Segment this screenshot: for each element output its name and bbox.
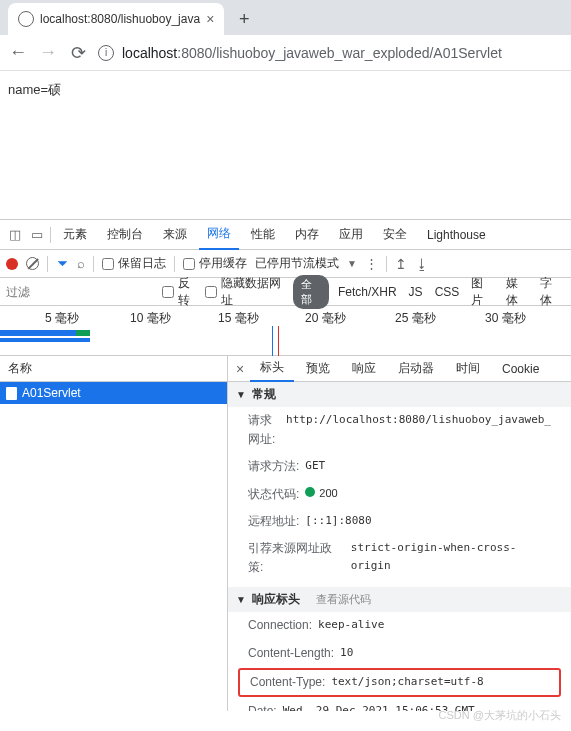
tab-performance[interactable]: 性能 [243,220,283,250]
header-connection: Connection:keep-alive [228,612,571,639]
throttle-dropdown[interactable]: 已停用节流模式 [255,255,339,272]
page-content: name=硕 [0,71,571,219]
timeline-marker-red [278,326,279,356]
tab-lighthouse[interactable]: Lighthouse [419,220,494,250]
disable-cache-checkbox[interactable]: 停用缓存 [183,255,247,272]
response-headers-section[interactable]: ▼ 响应标头 查看源代码 [228,587,571,612]
url-text: localhost:8080/lishuoboy_javaweb_war_exp… [122,45,502,61]
header-content-type: Content-Type:text/json;charset=utf-8 [240,670,559,695]
name-header[interactable]: 名称 [0,356,227,382]
devtools-tabs: ◫ ▭ 元素 控制台 来源 网络 性能 内存 应用 安全 Lighthouse [0,220,571,250]
upload-icon[interactable]: ↥ [395,256,407,272]
chevron-down-icon: ▼ [236,389,246,400]
referrer-policy: 引荐来源网址政策:strict-origin-when-cross-origin [228,535,571,581]
url-bar: ← → ⟳ i localhost:8080/lishuoboy_javaweb… [0,35,571,71]
invert-checkbox[interactable]: 反转 [162,275,199,309]
new-tab-button[interactable]: + [230,5,258,33]
timeline[interactable]: 5 毫秒 10 毫秒 15 毫秒 20 毫秒 25 毫秒 30 毫秒 [0,306,571,356]
chevron-down-icon: ▼ [236,594,246,605]
view-source-link[interactable]: 查看源代码 [316,592,371,607]
close-detail-button[interactable]: × [232,361,248,377]
filter-fetch[interactable]: Fetch/XHR [335,285,400,299]
tab-sources[interactable]: 来源 [155,220,195,250]
detail-panel: × 标头 预览 响应 启动器 时间 Cookie ▼ 常规 请求网址:http:… [228,356,571,711]
tab-response[interactable]: 响应 [342,356,386,382]
status-code: 状态代码:200 [228,481,571,508]
search-icon[interactable]: ⌕ [77,256,85,271]
info-icon[interactable]: i [98,45,114,61]
filter-bar: 反转 隐藏数据网址 全部 Fetch/XHR JS CSS 图片 媒体 字体 [0,278,571,306]
timeline-bar [0,330,90,336]
device-icon[interactable]: ▭ [28,227,46,242]
hide-data-checkbox[interactable]: 隐藏数据网址 [205,275,287,309]
tab-memory[interactable]: 内存 [287,220,327,250]
tab-console[interactable]: 控制台 [99,220,151,250]
tab-security[interactable]: 安全 [375,220,415,250]
request-method: 请求方法:GET [228,453,571,480]
address-bar[interactable]: i localhost:8080/lishuoboy_javaweb_war_e… [98,45,563,61]
header-content-length: Content-Length:10 [228,640,571,667]
general-section[interactable]: ▼ 常规 [228,382,571,407]
detail-tabs: × 标头 预览 响应 启动器 时间 Cookie [228,356,571,382]
timeline-bar2 [0,338,90,342]
tab-application[interactable]: 应用 [331,220,371,250]
forward-button[interactable]: → [38,42,58,63]
tab-cookies[interactable]: Cookie [492,356,549,382]
inspect-icon[interactable]: ◫ [6,227,24,242]
tab-timing[interactable]: 时间 [446,356,490,382]
filter-input[interactable] [6,285,156,299]
tab-preview[interactable]: 预览 [296,356,340,382]
filter-all[interactable]: 全部 [293,275,329,309]
filter-icon[interactable]: ⏷ [56,256,69,271]
request-url: 请求网址:http://localhost:8080/lishuoboy_jav… [228,407,571,453]
tab-network[interactable]: 网络 [199,220,239,250]
browser-tab-bar: localhost:8080/lishuoboy_java × + [0,0,571,35]
tab-initiator[interactable]: 启动器 [388,356,444,382]
clear-button[interactable] [26,257,39,270]
request-item[interactable]: A01Servlet [0,382,227,404]
filter-img[interactable]: 图片 [468,275,496,309]
remote-address: 远程地址:[::1]:8080 [228,508,571,535]
split-panel: 名称 A01Servlet × 标头 预览 响应 启动器 时间 Cookie ▼… [0,356,571,711]
filter-font[interactable]: 字体 [537,275,565,309]
filter-css[interactable]: CSS [432,285,463,299]
highlighted-header: Content-Type:text/json;charset=utf-8 [238,668,561,697]
browser-tab[interactable]: localhost:8080/lishuoboy_java × [8,3,224,35]
timeline-marker-blue [272,326,273,356]
download-icon[interactable]: ⭳ [415,256,429,272]
devtools-panel: ◫ ▭ 元素 控制台 来源 网络 性能 内存 应用 安全 Lighthouse … [0,219,571,711]
filter-media[interactable]: 媒体 [503,275,531,309]
tab-headers[interactable]: 标头 [250,356,294,382]
favicon-icon [18,11,34,27]
record-button[interactable] [6,258,18,270]
request-list: 名称 A01Servlet [0,356,228,711]
watermark: CSDN @大茅坑的小石头 [439,708,561,723]
preserve-log-checkbox[interactable]: 保留日志 [102,255,166,272]
file-icon [6,387,17,400]
network-conditions-icon[interactable]: ⋮ [365,256,378,271]
filter-js[interactable]: JS [406,285,426,299]
status-dot-icon [305,487,315,497]
close-icon[interactable]: × [206,11,214,27]
tab-elements[interactable]: 元素 [55,220,95,250]
tab-title: localhost:8080/lishuoboy_java [40,12,200,26]
reload-button[interactable]: ⟳ [68,42,88,64]
back-button[interactable]: ← [8,42,28,63]
